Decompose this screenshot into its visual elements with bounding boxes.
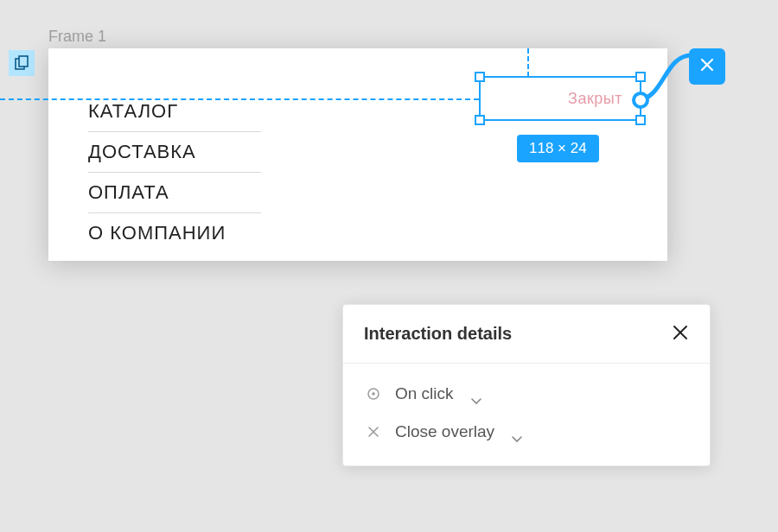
menu-item-payment[interactable]: ОПЛАТА bbox=[88, 173, 261, 213]
frame-title[interactable]: Frame 1 bbox=[48, 28, 106, 46]
alignment-guide-horizontal bbox=[0, 98, 479, 100]
menu-item-delivery[interactable]: ДОСТАВКА bbox=[88, 132, 261, 173]
trigger-dropdown[interactable]: On click bbox=[366, 384, 687, 403]
prototype-action-node[interactable] bbox=[689, 48, 725, 85]
frame-icon[interactable] bbox=[9, 50, 35, 76]
panel-title: Interaction details bbox=[364, 324, 512, 344]
resize-handle-bottom-left[interactable] bbox=[475, 115, 485, 125]
selected-text-content: Закрыт bbox=[568, 90, 622, 108]
trigger-label: On click bbox=[395, 384, 454, 403]
resize-handle-bottom-right[interactable] bbox=[635, 115, 646, 125]
svg-point-7 bbox=[372, 392, 375, 396]
selected-layer[interactable]: Закрыт bbox=[479, 76, 641, 121]
dimensions-badge: 118 × 24 bbox=[517, 135, 599, 162]
panel-header: Interaction details bbox=[343, 305, 710, 364]
close-icon bbox=[673, 325, 688, 344]
resize-handle-top-right[interactable] bbox=[635, 72, 646, 82]
action-dropdown[interactable]: Close overlay bbox=[366, 422, 687, 441]
menu-list: КАТАЛОГ ДОСТАВКА ОПЛАТА О КОМПАНИИ bbox=[88, 92, 261, 253]
svg-rect-1 bbox=[19, 56, 28, 66]
alignment-guide-vertical bbox=[527, 48, 529, 77]
chevron-down-icon bbox=[471, 390, 481, 397]
close-small-icon bbox=[366, 424, 381, 440]
action-label: Close overlay bbox=[395, 422, 494, 441]
panel-body: On click Close overlay bbox=[343, 364, 710, 466]
interaction-details-panel: Interaction details On click bbox=[342, 304, 711, 466]
target-icon bbox=[366, 386, 381, 402]
panel-close-button[interactable] bbox=[672, 326, 689, 343]
menu-item-about[interactable]: О КОМПАНИИ bbox=[88, 213, 261, 253]
close-icon bbox=[699, 57, 715, 76]
resize-handle-top-left[interactable] bbox=[475, 72, 485, 82]
prototype-connector-start[interactable] bbox=[632, 92, 649, 109]
chevron-down-icon bbox=[512, 428, 522, 435]
